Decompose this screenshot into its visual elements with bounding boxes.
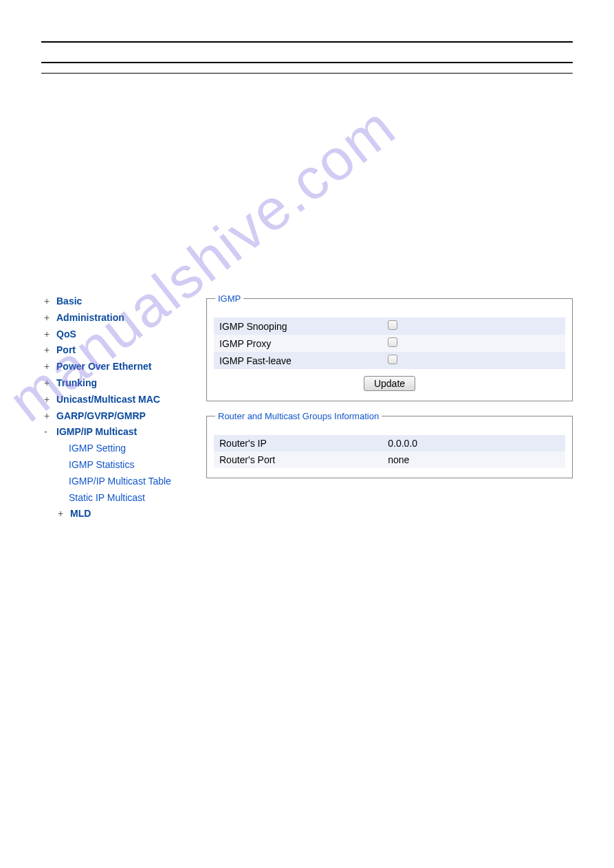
expand-icon: + bbox=[44, 310, 51, 326]
sidebar-item-administration[interactable]: + Administration bbox=[44, 310, 193, 326]
table-row: IGMP Proxy bbox=[214, 335, 565, 352]
igmp-fastleave-cell bbox=[382, 352, 565, 369]
sidebar-item-label: Trunking bbox=[56, 375, 97, 392]
sidebar-item-basic[interactable]: + Basic bbox=[44, 293, 193, 310]
igmp-fieldset: IGMP IGMP Snooping IGMP Proxy bbox=[206, 293, 573, 401]
sidebar-item-label: Basic bbox=[56, 293, 82, 310]
update-button[interactable]: Update bbox=[364, 376, 415, 391]
sidebar-item-garp[interactable]: + GARP/GVRP/GMRP bbox=[44, 408, 193, 425]
sidebar-item-label: IGMP/IP Multicast bbox=[56, 424, 137, 441]
sidebar-item-mld[interactable]: + MLD bbox=[44, 506, 193, 522]
expand-icon: + bbox=[58, 506, 65, 522]
sidebar-item-poe[interactable]: + Power Over Ethernet bbox=[44, 359, 193, 375]
igmp-proxy-cell bbox=[382, 335, 565, 352]
expand-icon: + bbox=[44, 359, 51, 375]
routers-port-label: Router's Port bbox=[214, 452, 382, 468]
table-row: IGMP Snooping bbox=[214, 318, 565, 335]
sidebar-item-trunking[interactable]: + Trunking bbox=[44, 375, 193, 392]
main-panel: IGMP IGMP Snooping IGMP Proxy bbox=[206, 293, 573, 522]
sidebar-sub-igmp-table[interactable]: IGMP/IP Multicast Table bbox=[44, 474, 193, 490]
expand-icon: + bbox=[44, 392, 51, 408]
sidebar-sub-label: Static IP Multicast bbox=[69, 492, 145, 503]
routers-ip-value: 0.0.0.0 bbox=[382, 435, 565, 452]
sidebar-item-label: QoS bbox=[56, 326, 76, 343]
igmp-snooping-cell bbox=[382, 318, 565, 335]
expand-icon: + bbox=[44, 293, 51, 310]
sidebar-sub-igmp-setting[interactable]: IGMP Setting bbox=[44, 441, 193, 457]
igmp-proxy-label: IGMP Proxy bbox=[214, 335, 382, 352]
routers-port-value: none bbox=[382, 452, 565, 468]
sidebar-item-label: Administration bbox=[56, 310, 124, 326]
igmp-snooping-label: IGMP Snooping bbox=[214, 318, 382, 335]
expand-icon: + bbox=[44, 342, 51, 359]
sidebar-sub-label: IGMP Statistics bbox=[69, 459, 134, 470]
table-row: Router's Port none bbox=[214, 452, 565, 468]
collapse-icon: - bbox=[44, 424, 51, 441]
router-info-table: Router's IP 0.0.0.0 Router's Port none bbox=[214, 435, 565, 468]
expand-icon: + bbox=[44, 326, 51, 343]
router-info-legend: Router and Multicast Groups Information bbox=[215, 411, 382, 421]
sidebar-item-qos[interactable]: + QoS bbox=[44, 326, 193, 343]
sidebar-sub-static-ip[interactable]: Static IP Multicast bbox=[44, 490, 193, 507]
sidebar: + Basic + Administration + QoS + Port + … bbox=[41, 293, 193, 522]
igmp-settings-table: IGMP Snooping IGMP Proxy IGMP Fast-leave bbox=[214, 318, 565, 369]
sidebar-item-label: Unicast/Multicast MAC bbox=[56, 392, 160, 408]
header-rules bbox=[41, 41, 573, 74]
sidebar-item-mac[interactable]: + Unicast/Multicast MAC bbox=[44, 392, 193, 408]
igmp-snooping-checkbox[interactable] bbox=[388, 320, 397, 330]
sidebar-sub-label: IGMP/IP Multicast Table bbox=[69, 476, 171, 487]
sidebar-item-label: GARP/GVRP/GMRP bbox=[56, 408, 146, 425]
routers-ip-label: Router's IP bbox=[214, 435, 382, 452]
sidebar-item-igmp-multicast[interactable]: - IGMP/IP Multicast bbox=[44, 424, 193, 441]
igmp-proxy-checkbox[interactable] bbox=[388, 337, 397, 347]
sidebar-item-label: MLD bbox=[70, 506, 91, 522]
expand-icon: + bbox=[44, 408, 51, 425]
update-row: Update bbox=[214, 376, 565, 391]
rule-3 bbox=[41, 73, 573, 74]
sidebar-sub-igmp-statistics[interactable]: IGMP Statistics bbox=[44, 457, 193, 474]
table-row: IGMP Fast-leave bbox=[214, 352, 565, 369]
sidebar-item-port[interactable]: + Port bbox=[44, 342, 193, 359]
igmp-fastleave-label: IGMP Fast-leave bbox=[214, 352, 382, 369]
sidebar-item-label: Power Over Ethernet bbox=[56, 359, 152, 375]
sidebar-item-label: Port bbox=[56, 342, 76, 359]
igmp-fastleave-checkbox[interactable] bbox=[388, 355, 397, 364]
sidebar-sub-label: IGMP Setting bbox=[69, 443, 126, 454]
table-row: Router's IP 0.0.0.0 bbox=[214, 435, 565, 452]
expand-icon: + bbox=[44, 375, 51, 392]
router-info-fieldset: Router and Multicast Groups Information … bbox=[206, 411, 573, 478]
igmp-legend: IGMP bbox=[215, 293, 243, 304]
